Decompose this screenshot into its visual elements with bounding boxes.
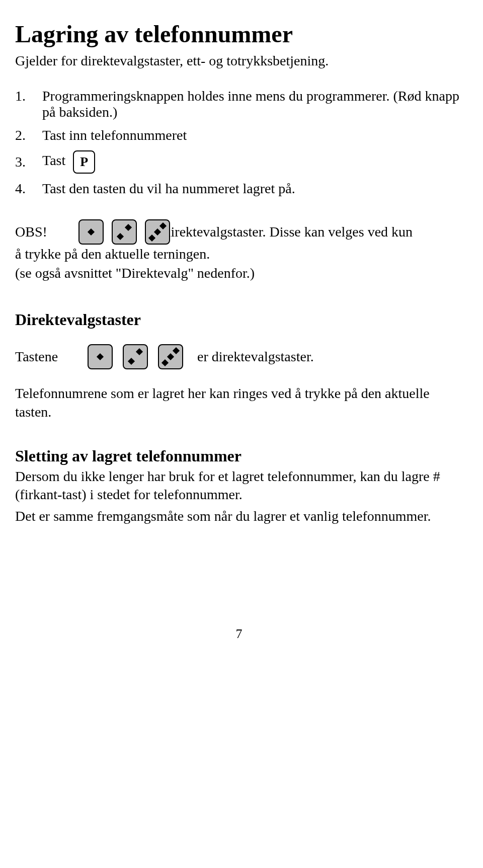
die-3-icon <box>145 219 170 245</box>
step-text: Tast P <box>42 150 463 174</box>
dice-group <box>86 344 185 369</box>
p-key-icon: P <box>73 150 95 174</box>
step-3: 3. Tast P <box>15 150 463 174</box>
die-3-icon <box>158 344 183 369</box>
section-heading-direktevalgstaster: Direktevalgstaster <box>15 310 463 329</box>
page-number: 7 <box>15 626 463 642</box>
section2-body: Telefonnumrene som er lagret her kan rin… <box>15 384 463 422</box>
obs-line3: (se også avsnittet "Direktevalg" nedenfo… <box>15 264 463 283</box>
step-1: 1. Programmeringsknappen holdes inne men… <box>15 88 463 120</box>
section3-p1: Dersom du ikke lenger har bruk for et la… <box>15 467 463 505</box>
dice-group <box>77 219 171 245</box>
step-text: Tast den tasten du vil ha nummeret lagre… <box>42 181 463 197</box>
subtitle-text: Gjelder for direktevalgstaster, ett- og … <box>15 53 463 69</box>
step-4: 4. Tast den tasten du vil ha nummeret la… <box>15 181 463 197</box>
step-number: 1. <box>15 88 42 104</box>
step-2: 2. Tast inn telefonnummeret <box>15 127 463 143</box>
tastene-label: Tastene <box>15 349 86 365</box>
tastene-row: Tastene er direktevalgstaster. <box>15 344 463 369</box>
tastene-tail-text: er direktevalgstaster. <box>197 349 314 365</box>
die-1-icon <box>78 219 104 245</box>
step-text-inner: Tast <box>42 152 65 168</box>
obs-line2: å trykke på den aktuelle terningen. <box>15 245 463 264</box>
die-2-icon <box>123 344 148 369</box>
step-number: 4. <box>15 181 42 197</box>
step-text: Tast inn telefonnummeret <box>42 127 463 143</box>
die-1-icon <box>88 344 113 369</box>
obs-block: OBS! lirektevalgstaster. Disse kan velge… <box>15 219 463 283</box>
step-number: 3. <box>15 154 42 170</box>
section-heading-sletting: Sletting av lagret telefonnummer <box>15 447 463 465</box>
step-text: Programmeringsknappen holdes inne mens d… <box>42 88 463 120</box>
obs-text-fragment: lirektevalgstaster. Disse kan velges ved… <box>167 222 413 242</box>
step-number: 2. <box>15 127 42 143</box>
obs-label: OBS! <box>15 222 47 242</box>
section3-p2: Det er samme fremgangsmåte som når du la… <box>15 507 463 526</box>
page-title: Lagring av telefonnummer <box>15 20 463 48</box>
die-2-icon <box>112 219 137 245</box>
